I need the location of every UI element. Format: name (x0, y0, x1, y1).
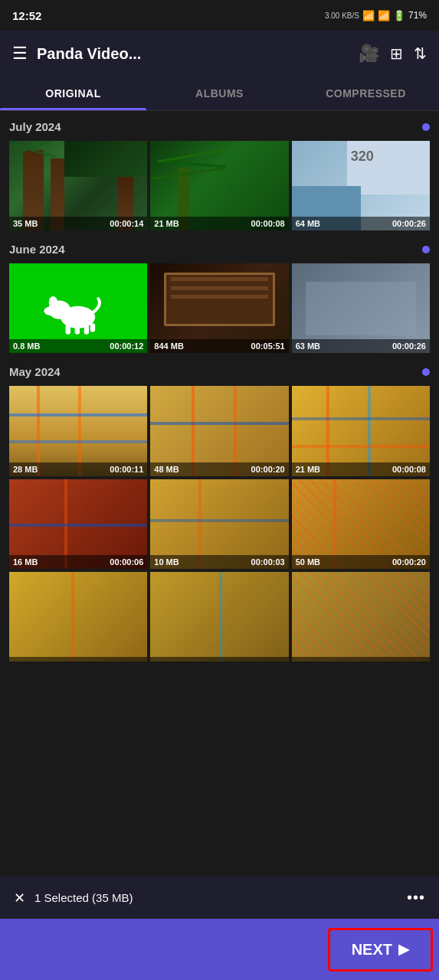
month-header-june: June 2024 (9, 243, 430, 256)
thumb-info-may-5: 10 MB 00:00:03 (150, 555, 288, 569)
thumb-size: 50 MB (296, 557, 320, 567)
wifi-icon: 📶 (362, 10, 375, 21)
month-dot-july (422, 123, 430, 131)
video-thumb-may-1[interactable]: 28 MB 00:00:11 (9, 386, 147, 475)
tab-albums[interactable]: ALBUMS (146, 77, 293, 110)
video-thumb-may-7[interactable] (9, 572, 147, 662)
video-thumb-june-2[interactable]: 844 MB 00:05:51 (150, 263, 288, 353)
thumb-duration: 00:00:26 (392, 219, 426, 228)
video-grid-july: 35 MB 00:00:14 21 MB 00:00:08 (9, 141, 430, 230)
selection-text: 1 Selected (35 MB) (34, 891, 133, 904)
thumb-info-june-1: 0.8 MB 00:00:12 (9, 339, 147, 353)
video-grid-june: 0.8 MB 00:00:12 844 MB 00 (9, 263, 430, 353)
month-header-may: May 2024 (9, 365, 430, 378)
video-thumb-july-2[interactable]: 21 MB 00:00:08 (150, 141, 288, 230)
thumb-size: 64 MB (296, 219, 320, 228)
content: July 2024 35 MB (0, 111, 439, 756)
month-label-july: July 2024 (9, 120, 61, 133)
thumb-duration: 00:00:14 (110, 219, 143, 228)
video-thumb-june-3[interactable]: 63 MB 00:00:26 (292, 263, 430, 353)
video-camera-icon[interactable]: 🎥 (359, 44, 379, 64)
video-thumb-may-2[interactable]: 48 MB 00:00:20 (150, 386, 288, 475)
battery-pct: 71% (408, 10, 427, 21)
thumb-info-june-2: 844 MB 00:05:51 (150, 339, 288, 353)
video-thumb-may-6[interactable]: 50 MB 00:00:20 (292, 479, 430, 569)
next-label: NEXT (352, 941, 392, 959)
status-bar: 12:52 3.00 KB/S 📶 📶 🔋 71% (0, 0, 439, 31)
thumb-info-may-4: 16 MB 00:00:06 (9, 555, 147, 569)
thumb-size: 35 MB (13, 219, 38, 228)
status-time: 12:52 (12, 9, 41, 22)
dog-silhouette (30, 286, 120, 335)
thumb-inner (292, 572, 430, 662)
thumb-size: 21 MB (296, 465, 320, 474)
thumb-duration: 00:00:26 (392, 341, 426, 351)
video-thumb-june-1[interactable]: 0.8 MB 00:00:12 (9, 263, 147, 353)
thumb-info-july-3: 64 MB 00:00:26 (292, 217, 430, 230)
video-thumb-may-4[interactable]: 16 MB 00:00:06 (9, 479, 147, 569)
thumb-size: 10 MB (154, 557, 179, 567)
video-thumb-may-3[interactable]: 21 MB 00:00:08 (292, 386, 430, 475)
thumb-duration: 00:00:06 (110, 557, 143, 567)
video-thumb-may-9[interactable] (292, 572, 430, 662)
thumb-info-june-3: 63 MB 00:00:26 (292, 339, 430, 353)
thumb-duration: 00:00:20 (251, 465, 285, 474)
selection-info: ✕ 1 Selected (35 MB) (14, 890, 133, 906)
thumb-info-may-7 (9, 657, 147, 662)
thumb-duration: 00:00:08 (251, 219, 285, 228)
thumb-info-may-6: 50 MB 00:00:20 (292, 555, 430, 569)
thumb-size: 21 MB (154, 219, 179, 228)
svg-rect-5 (75, 324, 80, 334)
next-button[interactable]: NEXT ▶ (328, 928, 433, 972)
more-options-button[interactable]: ••• (407, 889, 425, 906)
menu-icon[interactable]: ☰ (12, 44, 28, 64)
next-button-bar: NEXT ▶ (0, 919, 439, 980)
top-bar: ☰ Panda Video... 🎥 ⊞ ⇅ (0, 31, 439, 77)
grid-view-icon[interactable]: ⊞ (390, 44, 403, 63)
svg-point-3 (44, 306, 56, 315)
thumb-info-may-8 (150, 657, 288, 662)
thumb-inner (150, 572, 288, 662)
svg-rect-7 (90, 323, 95, 332)
thumb-duration: 00:05:51 (251, 341, 285, 351)
data-speed: 3.00 KB/S (325, 11, 359, 20)
thumb-size: 63 MB (296, 341, 320, 351)
month-dot-june (422, 246, 430, 253)
video-thumb-july-1[interactable]: 35 MB 00:00:14 (9, 141, 147, 230)
thumb-duration: 00:00:20 (392, 557, 426, 567)
video-grid-may: 28 MB 00:00:11 48 MB 00:00:20 (9, 386, 430, 662)
thumb-info-may-3: 21 MB 00:00:08 (292, 462, 430, 476)
thumb-info-july-2: 21 MB 00:00:08 (150, 217, 288, 230)
video-thumb-may-8[interactable] (150, 572, 288, 662)
month-label-june: June 2024 (9, 243, 65, 256)
video-thumb-july-3[interactable]: 320 64 MB 00:00:26 (292, 141, 430, 230)
next-arrow-icon: ▶ (398, 941, 409, 958)
thumb-info-may-9 (292, 657, 430, 662)
thumb-duration: 00:00:12 (110, 341, 143, 351)
thumb-info-may-1: 28 MB 00:00:11 (9, 462, 147, 476)
svg-rect-4 (66, 324, 70, 334)
section-june-2024: June 2024 (0, 234, 439, 353)
status-icons: 3.00 KB/S 📶 📶 🔋 71% (325, 10, 427, 21)
app-title: Panda Video... (37, 45, 349, 63)
section-may-2024: May 2024 28 MB 00:00:11 (0, 356, 439, 662)
thumb-size: 16 MB (13, 557, 38, 567)
tab-original[interactable]: ORIGINAL (0, 77, 146, 110)
video-thumb-may-5[interactable]: 10 MB 00:00:03 (150, 479, 288, 569)
tab-compressed[interactable]: COMPRESSED (293, 77, 439, 110)
thumb-duration: 00:00:03 (251, 557, 285, 567)
section-july-2024: July 2024 35 MB (0, 111, 439, 230)
thumb-size: 48 MB (154, 465, 179, 474)
svg-rect-6 (84, 324, 89, 334)
sort-icon[interactable]: ⇅ (414, 44, 427, 63)
tabs: ORIGINAL ALBUMS COMPRESSED (0, 77, 439, 111)
signal-icon: 📶 (378, 10, 390, 21)
month-dot-may (422, 368, 430, 376)
thumb-inner (9, 572, 147, 662)
month-label-may: May 2024 (9, 365, 61, 378)
month-header-july: July 2024 (9, 120, 430, 133)
close-selection-button[interactable]: ✕ (14, 890, 25, 906)
thumb-info-may-2: 48 MB 00:00:20 (150, 462, 288, 476)
thumb-info-july-1: 35 MB 00:00:14 (9, 217, 147, 230)
thumb-duration: 00:00:11 (110, 465, 143, 474)
